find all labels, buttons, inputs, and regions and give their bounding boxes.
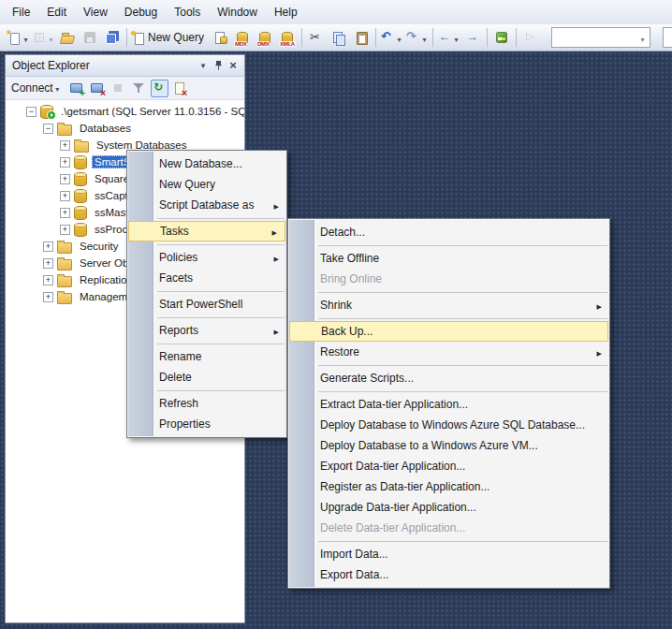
expander-icon[interactable]	[60, 157, 70, 168]
menu-debug[interactable]: Debug	[116, 0, 166, 24]
policies-menu-item[interactable]: Policies	[127, 247, 286, 268]
expander-icon[interactable]	[43, 258, 53, 269]
main-toolbar: New QueryMDXDMXXMLA	[0, 24, 672, 51]
cut-button[interactable]	[306, 27, 327, 48]
menu-item-label: Restore	[320, 345, 592, 358]
menu-edit[interactable]: Edit	[38, 0, 75, 24]
menu-view[interactable]: View	[75, 0, 116, 24]
green-play-badge-icon	[47, 110, 56, 120]
tree-node-label: Security	[77, 240, 122, 253]
expander-icon[interactable]	[60, 208, 70, 218]
database-engine-query-button[interactable]	[210, 27, 230, 48]
properties-menu-item[interactable]: Properties	[127, 414, 286, 434]
pin-icon[interactable]	[211, 58, 226, 73]
filter-button[interactable]	[130, 80, 148, 97]
rename-menu-item[interactable]: Rename	[127, 346, 286, 367]
navigate-forward-button[interactable]	[462, 27, 483, 48]
menu-item-label: Register as Data-tier Application...	[320, 480, 602, 493]
expander-icon[interactable]	[43, 292, 53, 302]
redo-icon	[405, 30, 420, 45]
activity-monitor-button[interactable]	[491, 27, 512, 48]
delete-data-tier-application-menu-item[interactable]: Delete Data-tier Application...	[288, 518, 609, 538]
generate-scripts-menu-item[interactable]: Generate Scripts...	[288, 368, 609, 388]
menu-item-label: Take Offline	[320, 252, 602, 265]
toolbar-separator	[516, 28, 517, 47]
query-type-badge: XMLA	[279, 41, 296, 47]
connect-object-explorer-button[interactable]	[68, 80, 86, 97]
redo-button[interactable]	[405, 27, 429, 48]
toolbar-separator	[432, 28, 433, 47]
back-up-menu-item[interactable]: Back Up...	[289, 321, 608, 342]
copy-button[interactable]	[329, 27, 349, 48]
upgrade-data-tier-application-menu-item[interactable]: Upgrade Data-tier Application...	[288, 497, 609, 518]
menu-tools[interactable]: Tools	[166, 0, 209, 24]
export-data-tier-application-menu-item[interactable]: Export Data-tier Application...	[288, 456, 609, 476]
tree-node-databases[interactable]: Databases	[6, 120, 244, 137]
menu-item-label: Deploy Database to a Windows Azure VM...	[320, 439, 602, 452]
new-item-icon	[7, 30, 22, 45]
add-item-button[interactable]	[32, 27, 55, 48]
toolbar-combobox[interactable]	[551, 27, 650, 48]
copy-icon	[331, 30, 346, 45]
expander-icon[interactable]	[43, 241, 53, 252]
script-button[interactable]	[171, 80, 189, 97]
refresh-menu-item[interactable]: Refresh	[127, 393, 286, 414]
connect-button-label: Connect	[11, 81, 53, 95]
submenu-arrow-icon	[270, 251, 279, 264]
expander-icon[interactable]	[60, 174, 70, 184]
expander-icon[interactable]	[60, 191, 70, 201]
menu-item-label: Facets	[159, 271, 279, 285]
delete-menu-item[interactable]: Delete	[127, 367, 286, 388]
new-database-menu-item[interactable]: New Database...	[127, 154, 286, 174]
start-powershell-menu-item[interactable]: Start PowerShell	[127, 294, 286, 314]
expander-icon[interactable]	[26, 107, 37, 117]
chevron-down-icon[interactable]	[635, 29, 650, 46]
take-offline-menu-item[interactable]: Take Offline	[288, 248, 609, 269]
import-data-menu-item[interactable]: Import Data...	[288, 544, 609, 564]
close-icon[interactable]: ×	[226, 58, 241, 73]
connect-button[interactable]: Connect	[11, 81, 62, 95]
undo-button[interactable]	[380, 27, 403, 48]
navigate-backward-button[interactable]	[437, 27, 460, 48]
save-all-button[interactable]	[102, 27, 123, 48]
xmla-query-button[interactable]: XMLA	[277, 27, 298, 48]
expander-icon[interactable]	[43, 275, 53, 285]
database-icon	[74, 155, 87, 169]
expander-icon[interactable]	[60, 140, 70, 151]
expander-icon[interactable]	[43, 124, 53, 134]
disconnect-button[interactable]	[89, 80, 107, 97]
shrink-menu-item[interactable]: Shrink	[288, 295, 609, 315]
menu-file[interactable]: File	[4, 0, 38, 24]
new-query-menu-item[interactable]: New Query	[127, 174, 286, 195]
deploy-database-to-a-windows-azure-vm-menu-item[interactable]: Deploy Database to a Windows Azure VM...	[288, 435, 609, 456]
window-position-icon[interactable]	[196, 58, 211, 73]
register-as-data-tier-application-menu-item[interactable]: Register as Data-tier Application...	[288, 476, 609, 497]
open-file-button[interactable]	[57, 27, 78, 48]
reports-menu-item[interactable]: Reports	[127, 320, 286, 341]
dmx-query-button[interactable]: DMX	[255, 27, 275, 48]
facets-menu-item[interactable]: Facets	[127, 268, 286, 288]
detach-menu-item[interactable]: Detach...	[288, 222, 609, 242]
script-database-as-menu-item[interactable]: Script Database as	[127, 195, 286, 215]
deploy-database-to-windows-azure-sql-database-menu-item[interactable]: Deploy Database to Windows Azure SQL Dat…	[288, 415, 609, 435]
paste-button[interactable]	[351, 27, 372, 48]
mdx-query-button[interactable]: MDX	[232, 27, 253, 48]
menu-window[interactable]: Window	[209, 0, 266, 24]
refresh-button[interactable]	[151, 80, 168, 97]
tasks-submenu: Detach...Take OfflineBring OnlineShrinkB…	[287, 218, 610, 589]
restore-menu-item[interactable]: Restore	[288, 342, 609, 362]
toolbar-combobox-edge[interactable]	[663, 27, 672, 48]
stop-button[interactable]	[110, 80, 127, 97]
export-data-menu-item[interactable]: Export Data...	[288, 564, 609, 585]
save-button[interactable]	[80, 27, 100, 48]
menu-help[interactable]: Help	[266, 0, 306, 24]
undo-icon	[380, 30, 395, 45]
debug-play-button[interactable]	[520, 27, 541, 48]
bring-online-menu-item[interactable]: Bring Online	[288, 269, 609, 289]
new-query-button[interactable]: New Query	[131, 27, 208, 48]
expander-icon[interactable]	[60, 225, 70, 235]
new-item-button[interactable]	[7, 27, 30, 48]
tree-node-server[interactable]: .\getsmart (SQL Server 11.0.3156 - SQUA	[6, 103, 244, 120]
tasks-menu-item[interactable]: Tasks	[128, 221, 285, 241]
extract-data-tier-application-menu-item[interactable]: Extract Data-tier Application...	[288, 394, 609, 415]
